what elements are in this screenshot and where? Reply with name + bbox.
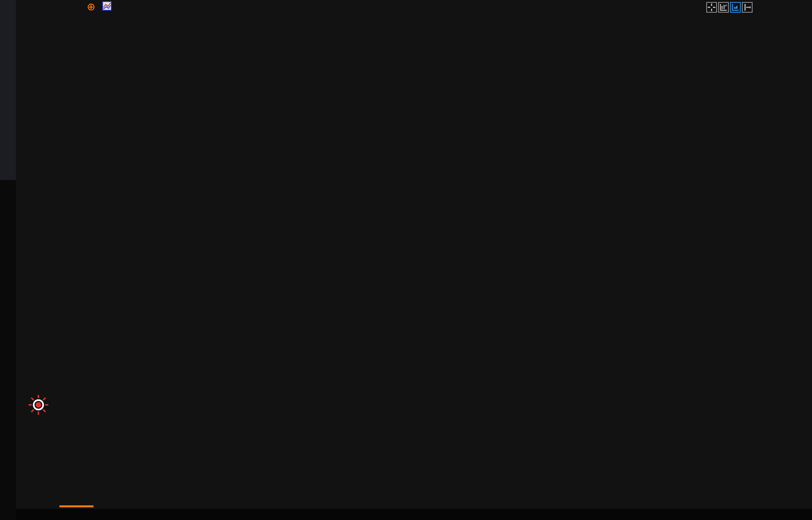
horizontal-scrollbar-thumb[interactable]	[59, 505, 93, 507]
indicator-tabbar	[16, 509, 812, 520]
sidebar-lower-strip	[0, 180, 16, 520]
collapse-right-button[interactable]	[742, 2, 753, 13]
live-indicator-icon	[28, 394, 49, 416]
axis-chart-button[interactable]	[718, 2, 729, 13]
mini-chart-icon[interactable]	[102, 1, 112, 13]
chart-type-sidebar	[0, 0, 16, 180]
chart-canvas[interactable]	[0, 0, 812, 520]
chart-toolbar	[706, 2, 753, 13]
add-indicator-icon[interactable]: ⊕	[87, 1, 95, 13]
trading-terminal: ⊕	[0, 0, 812, 520]
move-crosshair-button[interactable]	[706, 2, 717, 13]
chart-legend: ⊕	[73, 2, 159, 12]
axis-chart-active-button[interactable]	[730, 2, 741, 13]
